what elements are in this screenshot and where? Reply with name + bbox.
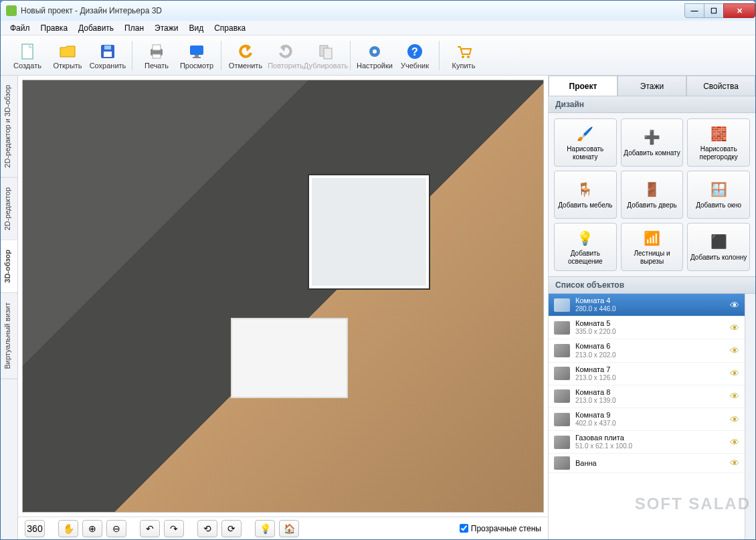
undo-icon	[235, 41, 256, 62]
visibility-icon[interactable]: 👁	[730, 300, 739, 310]
object-list-item[interactable]: Комната 6213.0 x 202.0👁	[549, 339, 745, 362]
maximize-button[interactable]: ☐	[704, 3, 724, 18]
view-control-button[interactable]: 🏠	[279, 520, 299, 537]
svg-text:?: ?	[411, 46, 418, 58]
help-icon: ?	[404, 41, 426, 62]
object-list-item[interactable]: Комната 8213.0 x 139.0👁	[549, 385, 745, 408]
tool-icon: ➕	[642, 128, 661, 147]
viewport: 360✋⊕⊖↶↷⟲⟳💡🏠 Прозрачные стены	[18, 76, 548, 539]
menu-Правка[interactable]: Правка	[37, 22, 72, 34]
view-control-button[interactable]: ⟳	[221, 520, 242, 537]
toolbar-help-button[interactable]: ?Учебник	[395, 40, 435, 71]
toolbar-monitor-button[interactable]: Просмотр	[177, 40, 217, 71]
view-control-button[interactable]: ↶	[140, 520, 160, 537]
titlebar: Новый проект - Дизайн Интерьера 3D — ☐ ✕	[1, 1, 755, 21]
object-list-item[interactable]: Комната 5335.0 x 220.0👁	[549, 317, 745, 339]
view-tab[interactable]: 2D-редактор	[1, 178, 17, 240]
view-control-button[interactable]: 360	[25, 520, 45, 537]
main-toolbar: СоздатьОткрытьСохранитьПечатьПросмотрОтм…	[1, 35, 755, 76]
menu-Вид[interactable]: Вид	[185, 22, 207, 34]
tool-icon: 🖌️	[576, 124, 595, 143]
svg-rect-3	[104, 46, 111, 50]
menu-Справка[interactable]: Справка	[210, 22, 250, 34]
scrollbar[interactable]	[745, 294, 755, 539]
view-control-button[interactable]: ↷	[164, 520, 184, 537]
svg-point-17	[467, 56, 470, 58]
gear-icon	[364, 41, 385, 62]
object-icon	[554, 456, 570, 470]
design-tool-button[interactable]: 💡Добавить освещение	[554, 223, 617, 271]
toolbar-gear-button[interactable]: Настройки	[355, 40, 395, 71]
svg-point-16	[462, 56, 464, 58]
right-panel-tabs: ПроектЭтажиСвойства	[549, 76, 755, 96]
3d-canvas[interactable]	[22, 80, 544, 513]
menu-Этажи[interactable]: Этажи	[151, 22, 182, 34]
design-tool-button[interactable]: 🚪Добавить дверь	[621, 171, 684, 219]
design-tool-button[interactable]: 🪑Добавить мебель	[554, 171, 617, 219]
design-tool-button[interactable]: 🧱Нарисовать перегородку	[687, 118, 750, 167]
view-tab[interactable]: 2D-редактор и 3D-обзор	[1, 76, 17, 178]
design-tool-button[interactable]: 🪟Добавить окно	[687, 171, 750, 219]
view-control-button[interactable]: ⟲	[197, 520, 217, 537]
visibility-icon[interactable]: 👁	[730, 437, 739, 448]
view-tab[interactable]: 3D-обзор	[1, 240, 17, 293]
visibility-icon[interactable]: 👁	[730, 323, 739, 333]
close-button[interactable]: ✕	[723, 3, 755, 18]
design-tools-grid: 🖌️Нарисовать комнату➕Добавить комнату🧱На…	[549, 113, 755, 276]
object-list: Комната 4280.0 x 446.0👁Комната 5335.0 x …	[549, 294, 745, 539]
visibility-icon[interactable]: 👁	[730, 368, 739, 379]
folder-icon	[57, 41, 78, 62]
tool-icon: 📶	[642, 229, 661, 248]
object-icon	[554, 321, 570, 335]
panel-tab[interactable]: Проект	[549, 76, 618, 96]
object-list-item[interactable]: Комната 9402.0 x 437.0👁	[549, 408, 745, 431]
view-control-button[interactable]: ⊕	[82, 520, 102, 537]
toolbar-print-button[interactable]: Печать	[136, 40, 177, 71]
toolbar-cart-button[interactable]: Купить	[444, 40, 484, 71]
view-tabs: 2D-редактор и 3D-обзор2D-редактор3D-обзо…	[1, 76, 18, 539]
toolbar-folder-button[interactable]: Открыть	[48, 40, 88, 71]
svg-point-13	[373, 50, 377, 54]
object-icon	[554, 413, 570, 426]
object-icon	[554, 436, 570, 449]
design-tool-button[interactable]: 📶Лестницы и вырезы	[621, 223, 684, 271]
object-icon	[554, 389, 570, 403]
visibility-icon[interactable]: 👁	[730, 345, 739, 356]
view-tab[interactable]: Виртуальный визит	[1, 293, 17, 379]
panel-tab[interactable]: Этажи	[618, 76, 686, 96]
svg-rect-0	[22, 44, 33, 59]
object-list-item[interactable]: Ванна👁	[549, 454, 745, 473]
design-tool-button[interactable]: ⬛Добавить колонну	[687, 223, 750, 271]
object-list-item[interactable]: Комната 7213.0 x 126.0👁	[549, 363, 745, 385]
object-icon	[554, 298, 570, 312]
view-control-button[interactable]: ✋	[58, 520, 78, 537]
tool-icon: ⬛	[709, 233, 728, 252]
menu-Добавить[interactable]: Добавить	[74, 22, 118, 34]
toolbar-duplicate-button: Дублировать	[306, 40, 346, 71]
design-tool-button[interactable]: 🖌️Нарисовать комнату	[554, 118, 617, 167]
panel-tab[interactable]: Свойства	[686, 76, 755, 96]
object-list-item[interactable]: Газовая плита51.0 x 62.1 x 100.0👁	[549, 431, 745, 454]
tool-icon: 💡	[576, 229, 595, 248]
toolbar-save-button[interactable]: Сохранить	[88, 40, 128, 71]
toolbar-file-button[interactable]: Создать	[7, 40, 48, 71]
minimize-button[interactable]: —	[684, 3, 704, 18]
tool-icon: 🪟	[709, 181, 728, 199]
svg-rect-6	[153, 54, 161, 58]
transparent-walls-checkbox[interactable]	[460, 524, 468, 533]
menu-План[interactable]: План	[120, 22, 148, 34]
view-control-button[interactable]: 💡	[255, 520, 275, 537]
design-tool-button[interactable]: ➕Добавить комнату	[621, 118, 684, 167]
object-list-item[interactable]: Комната 4280.0 x 446.0👁	[549, 294, 745, 317]
visibility-icon[interactable]: 👁	[730, 391, 739, 401]
toolbar-undo-button[interactable]: Отменить	[225, 40, 266, 71]
menu-Файл[interactable]: Файл	[6, 22, 34, 34]
view-control-button[interactable]: ⊖	[106, 520, 126, 537]
app-icon	[6, 5, 17, 16]
visibility-icon[interactable]: 👁	[730, 458, 739, 468]
visibility-icon[interactable]: 👁	[730, 414, 739, 425]
transparent-walls-toggle[interactable]: Прозрачные стены	[460, 524, 541, 533]
tool-icon: 🪑	[576, 181, 595, 199]
tool-icon: 🧱	[709, 124, 728, 143]
object-icon	[554, 367, 570, 380]
